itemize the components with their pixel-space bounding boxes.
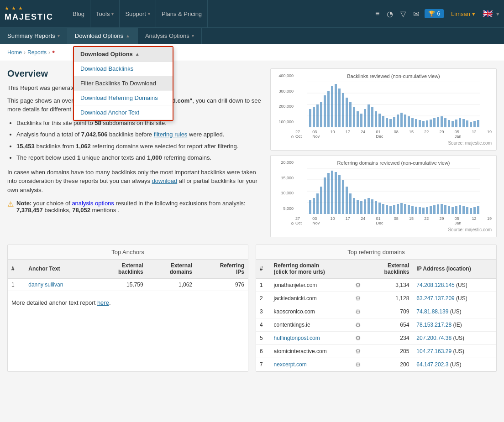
summary-caret: ▾ <box>58 33 60 38</box>
table-row: 3 kaoscronico.com ⚙ 709 74.81.88.139 (US… <box>256 305 496 318</box>
svg-rect-46 <box>459 118 461 127</box>
ip-link[interactable]: 74.81.88.139 <box>416 308 448 315</box>
analysis-options-link[interactable]: analysis options <box>72 200 114 207</box>
svg-rect-61 <box>324 177 326 214</box>
col-ext-backlinks: Externalbacklinks <box>94 260 147 278</box>
gear-icon[interactable]: ⚙ <box>355 281 361 289</box>
svg-rect-15 <box>346 98 348 127</box>
col-ref-ips: ReferringIPs <box>196 260 248 278</box>
ref-col-num: # <box>256 260 270 278</box>
warning-text: Note: your choice of analysis options re… <box>16 200 263 214</box>
table-row: 7 nexcerpt.com ⚙ 200 64.147.202.3 (US) <box>256 358 496 371</box>
svg-rect-44 <box>452 121 454 127</box>
svg-rect-12 <box>335 84 337 127</box>
svg-rect-37 <box>426 120 428 127</box>
svg-rect-14 <box>342 93 344 127</box>
breadcrumb-arrow2: › <box>48 49 50 56</box>
top-referring-section: Top referring domains # Referring domain… <box>256 245 497 372</box>
gear-icon[interactable]: ⚙ <box>355 308 361 315</box>
svg-rect-19 <box>360 114 362 127</box>
filtering-rules-link[interactable]: filtering rules <box>154 131 188 138</box>
dropdown-download-anchor[interactable]: Download Anchor Text <box>74 105 173 120</box>
svg-rect-83 <box>404 204 406 214</box>
svg-rect-16 <box>349 102 352 127</box>
dropdown-filter-backlinks[interactable]: Filter Backlinks To Download <box>74 76 173 91</box>
language-flag[interactable]: 🇬🇧 <box>483 9 493 19</box>
table-row: 4 contentkings.ie ⚙ 654 78.153.217.28 (I… <box>256 318 496 332</box>
download-link[interactable]: download <box>152 177 178 184</box>
nav-summary-reports[interactable]: Summary Reports ▾ <box>0 28 68 44</box>
nav-support[interactable]: Support ▾ <box>120 0 156 27</box>
domain-link[interactable]: huffingtonpost.com <box>274 335 320 341</box>
svg-rect-101 <box>470 208 472 214</box>
ip-link[interactable]: 207.200.74.38 <box>416 335 452 341</box>
svg-rect-66 <box>342 180 344 214</box>
svg-rect-24 <box>378 114 381 127</box>
anchor-ips: 976 <box>196 278 248 291</box>
top-anchors-table: # Anchor Text Externalbacklinks External… <box>8 260 248 291</box>
svg-rect-68 <box>349 193 352 214</box>
anchor-link[interactable]: danny sullivan <box>28 281 63 288</box>
dropdown-download-domains[interactable]: Download Referring Domains <box>74 91 173 105</box>
trophy-count: 6 <box>437 10 440 17</box>
svg-rect-6 <box>313 107 315 127</box>
nav-links: Blog Tools ▾ Support ▾ Plans & Pricing <box>67 0 373 27</box>
gear-icon[interactable]: ⚙ <box>355 361 361 368</box>
overview-charts: 400,000 300,000 200,000 100,000 0 Backli… <box>270 68 497 237</box>
ip-link[interactable]: 104.27.163.29 <box>416 348 452 354</box>
svg-rect-42 <box>444 118 446 127</box>
breadcrumb-dot: • <box>52 47 55 57</box>
svg-rect-32 <box>408 116 410 127</box>
table-row: 1 jonathanjeter.com ⚙ 3,134 74.208.128.1… <box>256 278 496 292</box>
top-anchors-title: Top Anchors <box>8 245 248 260</box>
list-icon[interactable]: ≡ <box>373 10 381 18</box>
gear-icon[interactable]: ⚙ <box>355 295 361 302</box>
chart1-y-axis: 400,000 300,000 200,000 100,000 0 <box>275 73 294 146</box>
clock-icon[interactable]: ◔ <box>385 10 395 18</box>
ip-link[interactable]: 64.147.202.3 <box>416 361 448 368</box>
svg-rect-29 <box>397 115 399 127</box>
nav-icons: ≡ ◔ ▽ ✉ 🏆 6 Limsan ▾ 🇬🇧 ▾ <box>373 9 499 19</box>
secondary-nav: Summary Reports ▾ Download Options ▲ Ana… <box>0 27 504 44</box>
top-referring-table: # Referring domain(click for more urls) … <box>256 260 496 371</box>
ip-link[interactable]: 74.208.128.145 <box>416 282 454 288</box>
gear-icon[interactable]: ⚙ <box>355 334 361 342</box>
breadcrumb-reports[interactable]: Reports <box>27 49 47 56</box>
svg-rect-65 <box>338 175 341 214</box>
svg-rect-39 <box>433 118 436 127</box>
ip-link[interactable]: 63.247.137.209 <box>416 295 454 302</box>
nav-plans[interactable]: Plans & Pricing <box>156 0 208 27</box>
svg-rect-89 <box>426 207 428 214</box>
svg-rect-40 <box>437 117 439 127</box>
dropdown-download-backlinks[interactable]: Download Backlinks <box>74 62 173 76</box>
nav-analysis-options[interactable]: Analysis Options ▾ <box>138 28 202 44</box>
language-caret[interactable]: ▾ <box>496 10 499 17</box>
anchor-domains: 1,062 <box>147 278 196 291</box>
nav-blog[interactable]: Blog <box>67 0 90 27</box>
logo[interactable]: ★ ★ ★ MAJESTIC <box>5 5 53 22</box>
svg-rect-91 <box>433 205 436 214</box>
download-caret: ▲ <box>126 33 130 38</box>
ip-link[interactable]: 78.153.217.28 <box>416 322 452 328</box>
svg-rect-70 <box>357 200 359 214</box>
gear-icon[interactable]: ⚙ <box>355 321 361 328</box>
more-anchor-text: More detailed anchor text report here. <box>8 296 248 310</box>
analysis-caret: ▾ <box>192 33 194 38</box>
svg-rect-33 <box>411 118 414 127</box>
svg-rect-94 <box>444 205 446 214</box>
domain-link[interactable]: nexcerpt.com <box>274 361 307 368</box>
nav-tools[interactable]: Tools ▾ <box>90 0 120 27</box>
nav-download-options[interactable]: Download Options ▲ <box>68 28 138 44</box>
breadcrumb-home[interactable]: Home <box>7 49 22 56</box>
svg-rect-5 <box>309 109 311 127</box>
user-menu[interactable]: Limsan ▾ <box>447 10 479 17</box>
svg-rect-71 <box>360 201 362 214</box>
trophy-badge[interactable]: 🏆 6 <box>425 9 444 18</box>
shield-icon[interactable]: ▽ <box>399 10 408 18</box>
ref-col-gear <box>352 260 369 278</box>
warning-icon: ⚠ <box>7 200 14 208</box>
col-num: # <box>8 260 25 278</box>
mail-icon[interactable]: ✉ <box>411 10 421 18</box>
here-link[interactable]: here <box>97 299 109 306</box>
gear-icon[interactable]: ⚙ <box>355 348 361 355</box>
